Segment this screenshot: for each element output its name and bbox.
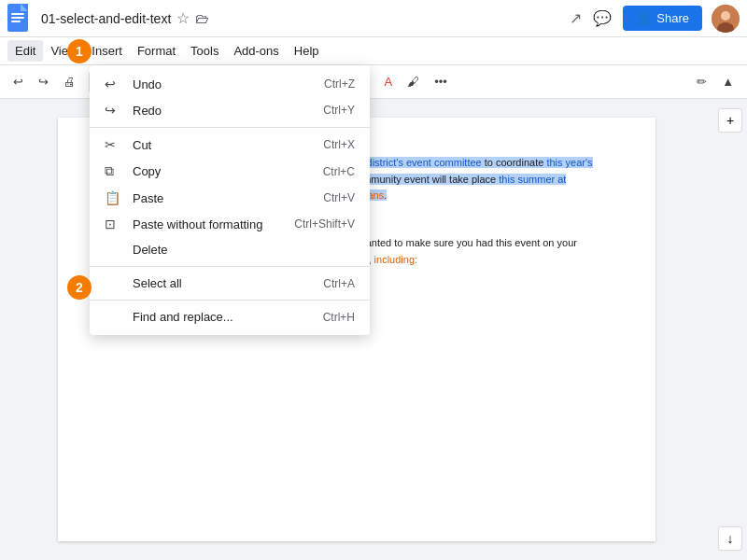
menu-item-delete[interactable]: Delete [90,237,370,262]
redo-label: Redo [133,104,323,118]
divider-1 [90,127,370,128]
paste-icon: 📋 [105,190,123,205]
more-button[interactable]: ••• [429,71,453,92]
find-replace-label: Find and replace... [133,310,323,324]
copy-icon: ⧉ [105,163,123,179]
paste-unformatted-shortcut: Ctrl+Shift+V [294,217,355,231]
cut-shortcut: Ctrl+X [323,138,355,151]
menu-item-paste[interactable]: 📋 Paste Ctrl+V [90,185,370,211]
scroll-down-button[interactable]: ↓ [718,526,742,551]
divider-2 [90,266,370,267]
paste-unformatted-icon: ⊡ [105,217,123,231]
share-button[interactable]: 👤 Share [623,6,702,31]
step-badge-1: 1 [67,39,92,63]
paste-unformatted-label: Paste without formatting [133,217,294,231]
title-bar: 01-select-and-edit-text ☆ 🗁 ↗ 💬 👤 Share [0,0,747,37]
doc-name: 01-select-and-edit-text [41,11,171,26]
copy-label: Copy [133,164,323,178]
highlight-button[interactable]: 🖌 [402,71,425,92]
redo-button[interactable]: ↪ [33,71,54,92]
menu-item-paste-unformatted[interactable]: ⊡ Paste without formatting Ctrl+Shift+V [90,211,370,237]
star-icon[interactable]: ☆ [176,9,190,27]
title-icons: ↗ 💬 [570,9,612,27]
collapse-button[interactable]: ▲ [716,71,740,92]
chart-icon[interactable]: ↗ [570,9,582,27]
expand-sidebar-button[interactable]: + [718,108,742,133]
delete-label: Delete [133,243,355,257]
undo-shortcut: Ctrl+Z [324,77,355,91]
avatar[interactable] [712,5,740,33]
select-all-shortcut: Ctrl+A [323,277,355,290]
redo-shortcut: Ctrl+Y [323,104,355,117]
font-color-button[interactable]: A [379,71,399,92]
undo-button[interactable]: ↩ [7,71,29,92]
paste-label: Paste [133,191,323,205]
menu-item-cut[interactable]: ✂ Cut Ctrl+X [90,132,370,158]
svg-rect-4 [11,13,24,15]
share-icon: 👤 [636,11,651,25]
svg-rect-5 [11,17,24,19]
menu-format[interactable]: Format [130,40,183,62]
paste-shortcut: Ctrl+V [323,191,355,204]
divider-3 [90,300,370,301]
undo-icon: ↩ [105,77,123,91]
edit-dropdown-menu: ↩ Undo Ctrl+Z ↪ Redo Ctrl+Y ✂ Cut Ctrl+X… [90,65,370,335]
menu-item-copy[interactable]: ⧉ Copy Ctrl+C [90,158,370,185]
right-sidebar: + ↓ [713,99,747,560]
cut-icon: ✂ [105,137,123,152]
menu-addons[interactable]: Add-ons [226,40,286,62]
step-badge-2: 2 [67,275,92,300]
menu-bar: Edit View Insert Format Tools Add-ons He… [0,37,747,65]
edit-mode-button[interactable]: ✏ [691,71,712,92]
print-button[interactable]: 🖨 [58,71,81,92]
doc-title: 01-select-and-edit-text ☆ 🗁 [41,9,570,27]
menu-tools[interactable]: Tools [183,40,226,62]
folder-icon[interactable]: 🗁 [195,10,209,26]
menu-item-redo[interactable]: ↪ Redo Ctrl+Y [90,97,370,123]
menu-edit[interactable]: Edit [7,40,43,62]
select-all-label: Select all [133,276,323,290]
copy-shortcut: Ctrl+C [323,165,355,178]
doc-icon [7,4,34,34]
menu-help[interactable]: Help [287,40,327,62]
svg-rect-6 [11,21,21,22]
redo-icon: ↪ [105,103,123,118]
menu-item-undo[interactable]: ↩ Undo Ctrl+Z [90,71,370,97]
menu-item-select-all[interactable]: Select all Ctrl+A [90,271,370,296]
cut-label: Cut [133,138,323,152]
svg-point-8 [721,11,730,21]
menu-item-find-replace[interactable]: Find and replace... Ctrl+H [90,304,370,329]
find-replace-shortcut: Ctrl+H [323,311,355,324]
share-label: Share [656,11,689,25]
undo-label: Undo [133,77,324,91]
comment-icon[interactable]: 💬 [593,9,612,27]
